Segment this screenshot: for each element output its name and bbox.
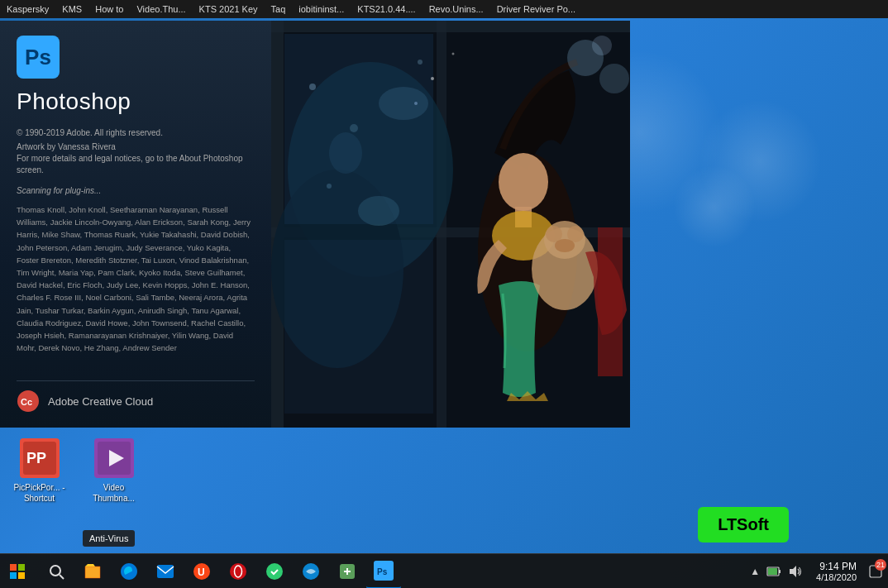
desktop: Kaspersky KMS How to Video.Thu... KTS 20…	[0, 0, 888, 588]
ps-copyright: © 1990-2019 Adobe. All rights reserved.	[17, 128, 255, 137]
battery-icon[interactable]	[766, 564, 781, 579]
svg-point-33	[414, 102, 418, 105]
ltsoft-button[interactable]: LTSoft	[698, 507, 789, 543]
notification-button[interactable]: 21	[863, 554, 888, 589]
bg-blob	[673, 165, 756, 248]
taskbar-file-explorer[interactable]	[75, 554, 110, 589]
top-taskbar-item[interactable]: KMS	[55, 4, 88, 14]
taskbar-thunderbird[interactable]	[294, 554, 328, 589]
bg-blob	[698, 99, 822, 223]
top-taskbar-item[interactable]: iobitininst...	[292, 4, 351, 14]
splash-image	[271, 21, 630, 428]
system-tray: ▲	[743, 564, 809, 579]
svg-rect-43	[18, 572, 25, 579]
taskbar-search[interactable]	[39, 554, 74, 589]
svg-rect-26	[284, 34, 433, 224]
svg-point-17	[499, 153, 548, 211]
photoshop-splash: Ps Photoshop © 1990-2019 Adobe. All righ…	[0, 21, 271, 428]
top-taskbar-item[interactable]: Video.Thu...	[130, 4, 192, 14]
svg-text:Ps: Ps	[377, 567, 388, 576]
svg-rect-25	[598, 227, 623, 376]
top-taskbar-item[interactable]: How to	[88, 4, 130, 14]
svg-point-23	[567, 226, 584, 242]
svg-line-45	[60, 575, 64, 579]
desktop-icons: PP PicPickPor... - Shortcut VideoThumbna…	[8, 438, 145, 504]
ps-icon-text: Ps	[25, 45, 51, 70]
taskbar-uipath[interactable]: U	[184, 554, 219, 589]
svg-point-51	[266, 563, 283, 580]
adobe-cc-label: Adobe Creative Cloud	[48, 395, 153, 408]
clock-date: 4/18/2020	[816, 572, 857, 582]
clock-time: 9:14 PM	[819, 561, 857, 572]
svg-rect-46	[157, 565, 174, 578]
ps-legal: For more details and legal notices, go t…	[17, 153, 255, 176]
taskbar: U	[0, 553, 888, 588]
svg-point-24	[555, 239, 575, 252]
picpick-image: PP	[20, 438, 60, 478]
antivirus-tooltip: Anti-Virus	[83, 530, 135, 547]
tray-chevron[interactable]: ▲	[750, 566, 760, 577]
video-thumbnail-icon[interactable]: VideoThumbna...	[83, 438, 145, 504]
svg-text:U: U	[198, 566, 205, 578]
picpick-label: PicPickPor... - Shortcut	[8, 481, 70, 504]
picpick-icon[interactable]: PP PicPickPor... - Shortcut	[8, 438, 70, 504]
taskbar-apps: U	[35, 554, 743, 589]
svg-rect-42	[10, 572, 17, 579]
top-taskbar-item[interactable]: KTS21.0.44....	[351, 4, 422, 14]
top-taskbar-item[interactable]: Driver Reviver Po...	[490, 4, 582, 14]
ps-footer: Cc Adobe Creative Cloud	[17, 380, 255, 413]
notification-badge: 21	[875, 559, 886, 571]
taskbar-mail[interactable]	[148, 554, 183, 589]
start-button[interactable]	[0, 554, 35, 589]
svg-text:PP: PP	[26, 450, 46, 466]
video-thumbnail-image	[94, 438, 134, 478]
svg-text:Cc: Cc	[21, 397, 32, 407]
svg-point-44	[50, 566, 60, 576]
top-taskbar-item[interactable]: KTS 2021 Key	[193, 4, 265, 14]
ps-title: Photoshop	[17, 88, 255, 115]
svg-point-29	[599, 64, 629, 93]
top-taskbar-item[interactable]: Revo.Unins...	[423, 4, 490, 14]
svg-rect-57	[779, 570, 781, 573]
video-thumbnail-label: VideoThumbna...	[90, 481, 137, 504]
svg-point-30	[592, 36, 612, 55]
taskbar-edge[interactable]	[112, 554, 146, 589]
svg-point-22	[546, 226, 562, 242]
svg-marker-59	[790, 566, 796, 577]
ps-scanning: Scanning for plug-ins...	[17, 186, 255, 195]
svg-point-32	[452, 53, 455, 55]
taskbar-clock[interactable]: 9:14 PM 4/18/2020	[809, 561, 863, 582]
taskbar-opera[interactable]	[221, 554, 255, 589]
taskbar-unknown[interactable]	[330, 554, 365, 589]
ps-credits: Thomas Knoll, John Knoll, Seetharaman Na…	[17, 203, 255, 369]
taskbar-photoshop[interactable]: Ps	[366, 554, 401, 589]
taskbar-green[interactable]	[257, 554, 292, 589]
top-taskbar-item[interactable]: Kaspersky	[0, 4, 55, 14]
svg-rect-27	[284, 240, 433, 414]
svg-rect-41	[18, 564, 25, 571]
ps-icon: Ps	[17, 36, 60, 79]
top-taskbar-item[interactable]: Taq	[265, 4, 293, 14]
adobe-cc-icon: Cc	[17, 390, 40, 413]
svg-rect-40	[10, 564, 17, 571]
ps-artwork: Artwork by Vanessa Rivera	[17, 142, 255, 151]
volume-icon[interactable]	[788, 564, 803, 579]
svg-rect-5	[271, 21, 630, 32]
svg-point-31	[431, 77, 434, 80]
top-taskbar: Kaspersky KMS How to Video.Thu... KTS 20…	[0, 0, 888, 18]
svg-rect-58	[768, 568, 777, 575]
